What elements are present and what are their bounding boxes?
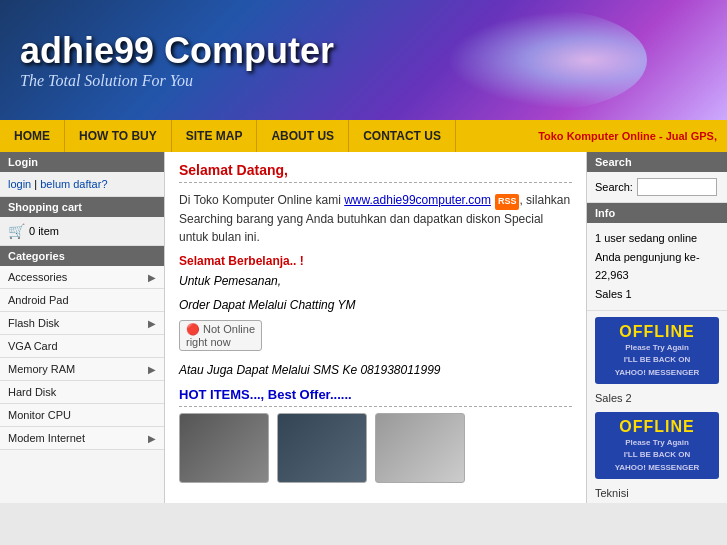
list-item: VGA Card	[0, 335, 164, 358]
not-online-label: Not Online	[203, 323, 255, 335]
arrow-icon: ▶	[148, 364, 156, 375]
categories-section-title: Categories	[0, 246, 164, 266]
offline-sub-2: Please Try AgainI'LL BE BACK ONYAHOO! ME…	[615, 438, 700, 472]
nav-about-us[interactable]: ABOUT US	[257, 120, 349, 152]
info-line-1: 1 user sedang online	[595, 229, 719, 248]
website-link[interactable]: www.adhie99computer.com	[344, 193, 491, 207]
cart-icon: 🛒	[8, 223, 25, 239]
nav-how-to-buy[interactable]: HOW TO BUY	[65, 120, 172, 152]
list-item: Android Pad	[0, 289, 164, 312]
cart-count: 0 item	[29, 225, 59, 237]
list-item: Accessories ▶	[0, 266, 164, 289]
nav-bar: HOME HOW TO BUY SITE MAP ABOUT US CONTAC…	[0, 120, 727, 152]
product-thumb-3[interactable]	[375, 413, 465, 483]
category-modem-internet[interactable]: Modem Internet ▶	[0, 427, 164, 449]
center-content: Selamat Datang, Di Toko Komputer Online …	[165, 152, 587, 503]
rss-icon: RSS	[495, 194, 520, 210]
list-item: Monitor CPU	[0, 404, 164, 427]
nav-contact-us[interactable]: CONTACT US	[349, 120, 456, 152]
category-hard-disk[interactable]: Hard Disk	[0, 381, 164, 403]
login-link[interactable]: login	[8, 178, 31, 190]
header-banner: adhie99 Computer The Total Solution For …	[0, 0, 727, 120]
not-online-badge: 🔴 Not Online right now	[179, 320, 262, 351]
arrow-icon: ▶	[148, 433, 156, 444]
nav-ticker: Toko Komputer Online - Jual GPS,	[538, 130, 727, 142]
order-text-2: Order Dapat Melalui Chatting YM	[179, 296, 572, 314]
welcome-text: Di Toko Komputer Online kami www.adhie99…	[179, 191, 572, 246]
site-subtitle: The Total Solution For You	[20, 72, 334, 90]
order-text-1: Untuk Pemesanan,	[179, 272, 572, 290]
login-section-title: Login	[0, 152, 164, 172]
search-label: Search:	[595, 181, 633, 193]
info-line-3: Sales 1	[595, 285, 719, 304]
site-title: adhie99 Computer	[20, 30, 334, 72]
welcome-title: Selamat Datang,	[179, 162, 572, 183]
header-title: adhie99 Computer The Total Solution For …	[20, 30, 334, 90]
info-line-2: Anda pengunjung ke-22,963	[595, 248, 719, 285]
offline-banner-2: OFFLINE Please Try AgainI'LL BE BACK ONY…	[595, 412, 719, 479]
left-sidebar: Login login | belum daftar? Shopping car…	[0, 152, 165, 503]
search-box: Search:	[587, 172, 727, 203]
cart-section-title: Shopping cart	[0, 197, 164, 217]
arrow-icon: ▶	[148, 272, 156, 283]
sms-text: Atau Juga Dapat Melalui SMS Ke 081938011…	[179, 363, 572, 377]
teknisi-label: Teknisi	[587, 485, 727, 503]
category-vga-card[interactable]: VGA Card	[0, 335, 164, 357]
product-thumb-2[interactable]	[277, 413, 367, 483]
category-flash-disk[interactable]: Flash Disk ▶	[0, 312, 164, 334]
cart-box: 🛒 0 item	[0, 217, 164, 246]
nav-home[interactable]: HOME	[0, 120, 65, 152]
list-item: Memory RAM ▶	[0, 358, 164, 381]
categories-list: Accessories ▶ Android Pad Flash Disk ▶ V…	[0, 266, 164, 450]
login-box: login | belum daftar?	[0, 172, 164, 197]
offline-label-2: OFFLINE	[603, 418, 711, 436]
offline-sub-1: Please Try AgainI'LL BE BACK ONYAHOO! ME…	[615, 343, 700, 377]
category-android-pad[interactable]: Android Pad	[0, 289, 164, 311]
welcome-text-1: Di Toko Komputer Online kami	[179, 193, 344, 207]
not-online-sub: right now	[186, 336, 231, 348]
hot-items-title: HOT ITEMS..., Best Offer......	[179, 387, 572, 407]
category-monitor-cpu[interactable]: Monitor CPU	[0, 404, 164, 426]
search-input[interactable]	[637, 178, 717, 196]
main-layout: Login login | belum daftar? Shopping car…	[0, 152, 727, 503]
list-item: Modem Internet ▶	[0, 427, 164, 450]
product-thumb-1[interactable]	[179, 413, 269, 483]
list-item: Flash Disk ▶	[0, 312, 164, 335]
list-item: Hard Disk	[0, 381, 164, 404]
category-accessories[interactable]: Accessories ▶	[0, 266, 164, 288]
nav-site-map[interactable]: SITE MAP	[172, 120, 258, 152]
search-section-title: Search	[587, 152, 727, 172]
not-online-icon: 🔴	[186, 323, 200, 335]
right-sidebar: Search Search: Info 1 user sedang online…	[587, 152, 727, 503]
offline-banner-1: OFFLINE Please Try AgainI'LL BE BACK ONY…	[595, 317, 719, 384]
info-box: 1 user sedang online Anda pengunjung ke-…	[587, 223, 727, 311]
info-section-title: Info	[587, 203, 727, 223]
category-memory-ram[interactable]: Memory RAM ▶	[0, 358, 164, 380]
selamat-berbelanja: Selamat Berbelanja.. !	[179, 254, 572, 268]
sales2-label: Sales 2	[587, 390, 727, 406]
search-row: Search:	[595, 178, 719, 196]
register-link[interactable]: belum daftar?	[40, 178, 107, 190]
product-thumbs	[179, 413, 572, 483]
arrow-icon: ▶	[148, 318, 156, 329]
offline-label-1: OFFLINE	[603, 323, 711, 341]
